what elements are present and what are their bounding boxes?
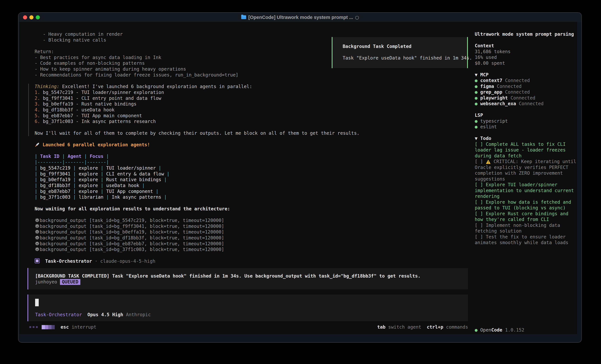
text-segment: | xyxy=(35,177,40,182)
text-segment: · xyxy=(92,259,100,264)
text-segment: explore xyxy=(79,165,98,171)
todo-item: [ ] Implement non-blocking data fetching… xyxy=(475,222,579,234)
terminal-line: Now I'll wait for all of them to complet… xyxy=(35,130,470,136)
mcp-name: websearch_exa xyxy=(480,101,516,106)
background-task-notification[interactable]: Background Task Completed Task "Explore … xyxy=(332,37,468,68)
text-segment: Launched 6 parallel exploration agents! xyxy=(40,142,150,147)
notification-body: Task "Explore useData hook" finished in … xyxy=(343,55,467,61)
title-group: [OpenCode] Ultrawork mode system prompt … xyxy=(241,15,359,20)
context-heading: Context xyxy=(475,43,577,49)
text-segment: Task-Orchestrator xyxy=(40,259,92,264)
gear-icon xyxy=(35,230,40,235)
text-segment: - How to keep spinner animating during h… xyxy=(35,66,186,72)
terminal-line: 6. bg_37f1c003 - Ink async patterns rese… xyxy=(35,119,470,125)
text-segment: | xyxy=(70,183,79,188)
terminal-line: | bg_37f1c003 | librarian | Ink async pa… xyxy=(35,194,470,200)
text-segment: | xyxy=(164,171,170,177)
queued-message-panel: [BACKGROUND TASK COMPLETED] Task "Explor… xyxy=(27,268,468,289)
gear-icon xyxy=(35,224,40,229)
text-segment: |---------|-------|-------| xyxy=(35,160,109,165)
text-segment: bg_b0effa19 - Rust native bindings xyxy=(43,101,137,107)
terminal-line: Task-Orchestrator · claude-opus-4-5-high xyxy=(35,258,470,264)
text-segment: explore xyxy=(79,171,98,177)
terminal-line: background_output [task_id=bg_eb87ebb7, … xyxy=(35,241,470,247)
text-segment: | xyxy=(98,183,106,188)
terminal-line: 4. bg_df18bb3f - useData hook xyxy=(35,107,470,113)
text-segment: - Recommendations for fixing loader free… xyxy=(35,72,238,78)
terminal-line: 3. bg_b0effa19 - Rust native bindings xyxy=(35,101,470,107)
todo-list: [ ] Complete ALL tasks to fix CLI loader… xyxy=(475,141,577,246)
lsp-item: ● eslint xyxy=(475,124,577,130)
text-segment: background_output [task_id=bg_df18bb3f, … xyxy=(40,235,224,240)
maximize-window-button[interactable] xyxy=(36,15,40,19)
gear-icon xyxy=(35,218,40,223)
todo-section-header[interactable]: ▼ Todo xyxy=(475,135,577,141)
mcp-item: ● figma Connected xyxy=(475,84,577,89)
sidebar: Ultrawork mode system prompt parsing Con… xyxy=(473,22,577,334)
terminal-line xyxy=(35,212,470,218)
connected-dot-icon: ● xyxy=(475,95,480,101)
text-segment: 1. xyxy=(35,90,43,95)
todo-checkbox: [ ] xyxy=(475,142,486,147)
minimize-window-button[interactable] xyxy=(30,15,33,19)
terminal-line: |---------|-------|-------| xyxy=(35,159,470,165)
terminal-line: 5. bg_eb87ebb7 - TUI App main component xyxy=(35,113,470,119)
text-segment: - Code examples of non-blocking patterns xyxy=(35,60,145,66)
mcp-status: Connected xyxy=(502,89,530,95)
text-segment: Now waiting for all exploration results … xyxy=(35,206,230,211)
lsp-name: typescript xyxy=(480,118,508,124)
text-segment: bg_b0effa19 xyxy=(40,177,70,182)
text-segment: bg_df18bb3f xyxy=(40,183,70,188)
terminal-line: | bg_b0effa19 | explore | Rust native bi… xyxy=(35,177,470,183)
esc-key-hint: esc xyxy=(60,324,69,330)
mcp-section-header[interactable]: ▼ MCP xyxy=(475,72,577,78)
text-segment: TUI loader/spinner xyxy=(106,165,156,171)
text-segment: bg_f9ff3041 xyxy=(40,171,70,177)
message-left-bar xyxy=(28,89,29,96)
todo-text: Implement non-blocking data fetching sol… xyxy=(475,223,560,234)
todo-checkbox: [ ] xyxy=(475,211,486,216)
terminal-line: - Recommendations for fixing loader free… xyxy=(35,72,470,78)
input-line[interactable] xyxy=(35,299,468,307)
terminal-line: 1. bg_5547c219 - TUI loader/spinner expl… xyxy=(35,89,470,96)
text-segment: background_output [task_id=bg_b0effa19, … xyxy=(40,229,224,235)
terminal-line: background_output [task_id=bg_b0effa19, … xyxy=(35,229,470,235)
text-segment: bg_df18bb3f - useData hook xyxy=(43,107,114,113)
text-segment: | xyxy=(35,154,40,159)
message-left-bar xyxy=(28,101,29,107)
text-segment: - Blocking native calls xyxy=(35,37,106,43)
terminal-line: Now waiting for all exploration results … xyxy=(35,206,470,212)
tab-key-hint: tab xyxy=(377,324,386,330)
app-version-row: ● OpenCode 1.0.152 xyxy=(475,327,524,333)
context-spent: $0.00 spent xyxy=(475,60,577,66)
text-segment: bg_37f1c003 - Ink async patterns researc… xyxy=(43,119,156,124)
todo-item: [ ] Explore Rust core bindings and how t… xyxy=(475,211,579,222)
terminal-line xyxy=(35,148,470,154)
terminal-content: - Heavy computation in render - Blocking… xyxy=(20,22,577,334)
terminal-line: Thinking: Excellent! I've launched 6 bac… xyxy=(35,84,470,89)
status-bar-right: tab switch agent ctrl+p commands xyxy=(377,324,468,330)
text-segment: explore xyxy=(79,177,98,182)
text-segment: Now I'll wait for all of them to complet… xyxy=(35,130,360,136)
text-segment: Thinking: xyxy=(35,84,60,89)
text-segment: bg_5547c219 - TUI loader/spinner explora… xyxy=(43,90,164,95)
terminal-line: background_output [task_id=bg_5547c219, … xyxy=(35,218,470,223)
terminal-line xyxy=(35,78,470,84)
todo-checkbox: [ ] xyxy=(475,223,486,228)
text-segment: | xyxy=(153,189,159,194)
close-window-button[interactable] xyxy=(23,15,27,19)
rocket-icon xyxy=(35,142,40,147)
text-segment: | xyxy=(139,183,145,188)
text-segment: | xyxy=(98,177,106,182)
terminal-line: | Task ID | Agent | Focus | xyxy=(35,153,470,159)
message-left-bar xyxy=(28,125,29,130)
todo-text: Explore TUI loader/spinner implementatio… xyxy=(475,182,574,199)
terminal-line: background_output [task_id=bg_37f1c003, … xyxy=(35,247,470,252)
mcp-status: Connected xyxy=(502,78,530,83)
todo-text: Explore how data is fetched and passed t… xyxy=(475,200,571,211)
text-segment: bg_f9ff3041 - CLI entry point and data f… xyxy=(43,96,161,101)
prompt-input[interactable]: Task-Orchestrator Opus 4.5 High Anthropi… xyxy=(27,295,468,321)
active-model-label: Opus 4.5 High xyxy=(87,312,123,317)
text-segment: | xyxy=(98,189,106,194)
text-segment: Ink async patterns xyxy=(112,194,161,200)
